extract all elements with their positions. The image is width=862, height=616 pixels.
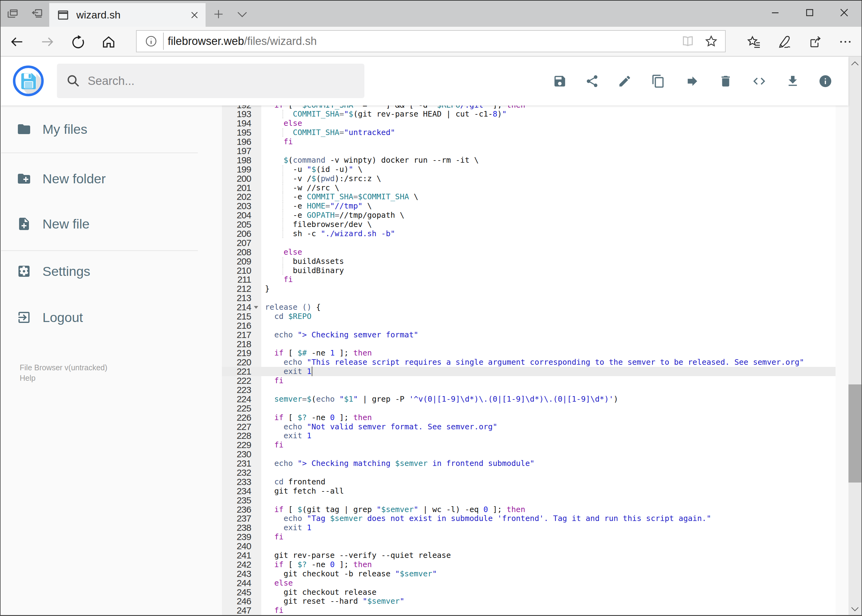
- close-window-button[interactable]: [827, 1, 861, 25]
- code-line-207[interactable]: 207: [222, 238, 835, 248]
- url-text[interactable]: filebrowser.web/files/wizard.sh: [168, 35, 681, 48]
- code-line-201[interactable]: 201 -w //src \: [222, 183, 835, 193]
- code-line-219[interactable]: 219 if [ $# -ne 1 ]; then: [222, 349, 835, 358]
- code-editor[interactable]: 192 if [ "$COMMIT_SHA" = "" ] && [ -d "$…: [222, 57, 835, 616]
- code-line-221[interactable]: 221 exit 1: [222, 367, 835, 376]
- code-line-242[interactable]: 242 if [ $? -ne 0 ]; then: [222, 560, 835, 569]
- sidebar-item-my-files[interactable]: My files: [1, 115, 222, 144]
- code-line-227[interactable]: 227 echo "Not valid semver format. See s…: [222, 422, 835, 432]
- code-line-222[interactable]: 222 fi: [222, 376, 835, 385]
- code-line-210[interactable]: 210 buildBinary: [222, 266, 835, 275]
- code-line-235[interactable]: 235: [222, 496, 835, 505]
- code-line-233[interactable]: 233 cd frontend: [222, 477, 835, 487]
- code-line-208[interactable]: 208 else: [222, 248, 835, 257]
- code-line-217[interactable]: 217 echo "> Checking semver format": [222, 330, 835, 339]
- set-tabs-aside-icon[interactable]: [30, 7, 44, 21]
- scroll-up-icon[interactable]: [848, 57, 861, 70]
- help-link[interactable]: Help: [20, 374, 35, 383]
- code-line-206[interactable]: 206 sh -c "./wizard.sh -b": [222, 229, 835, 238]
- code-line-225[interactable]: 225: [222, 404, 835, 413]
- code-line-199[interactable]: 199 -u "$(id -u)" \: [222, 165, 835, 174]
- code-line-246[interactable]: 246 git reset --hard "$semver": [222, 597, 835, 606]
- code-line-243[interactable]: 243 git checkout -b release "$semver": [222, 569, 835, 578]
- refresh-button[interactable]: [65, 27, 92, 57]
- ink-pen-icon[interactable]: [771, 27, 798, 57]
- code-line-202[interactable]: 202 -e COMMIT_SHA=$COMMIT_SHA \: [222, 192, 835, 201]
- forward-button[interactable]: [34, 27, 61, 57]
- copy-button[interactable]: [643, 57, 674, 105]
- code-line-204[interactable]: 204 -e GOPATH=//tmp/gopath \: [222, 211, 835, 220]
- code-line-229[interactable]: 229 fi: [222, 440, 835, 449]
- page-scrollbar[interactable]: [848, 57, 861, 616]
- fold-arrow-icon[interactable]: [254, 306, 258, 309]
- code-line-200[interactable]: 200 -v /$(pwd):/src:z \: [222, 174, 835, 183]
- code-line-247[interactable]: 247 fi: [222, 606, 835, 615]
- code-line-223[interactable]: 223: [222, 385, 835, 394]
- info-button[interactable]: [810, 57, 841, 105]
- code-line-230[interactable]: 230: [222, 449, 835, 459]
- code-line-212[interactable]: 212}: [222, 284, 835, 293]
- code-line-211[interactable]: 211 fi: [222, 275, 835, 284]
- sidebar-item-new-folder[interactable]: New folder: [1, 164, 222, 193]
- sidebar-item-settings[interactable]: Settings: [1, 256, 222, 286]
- code-line-236[interactable]: 236 if [ $(git tag | grep "$semver" | wc…: [222, 505, 835, 514]
- code-line-215[interactable]: 215 cd $REPO: [222, 312, 835, 321]
- home-button[interactable]: [95, 27, 122, 57]
- tab-list-chevron-icon[interactable]: [236, 9, 249, 20]
- favorites-hub-icon[interactable]: [741, 27, 767, 57]
- code-line-226[interactable]: 226 if [ $? -ne 0 ]; then: [222, 413, 835, 422]
- delete-button[interactable]: [710, 57, 741, 105]
- save-button[interactable]: [544, 57, 575, 105]
- code-line-209[interactable]: 209 buildAssets: [222, 257, 835, 266]
- rename-button[interactable]: [609, 57, 640, 105]
- code-line-193[interactable]: 193 COMMIT_SHA="$(git rev-parse HEAD | c…: [222, 110, 835, 119]
- code-line-213[interactable]: 213: [222, 293, 835, 303]
- tab-preview-icon[interactable]: [6, 7, 19, 20]
- minimize-button[interactable]: [758, 1, 793, 25]
- code-line-214[interactable]: 214release () {: [222, 303, 835, 312]
- code-line-234[interactable]: 234 git fetch --all: [222, 487, 835, 496]
- filebrowser-logo[interactable]: [13, 66, 44, 96]
- address-bar[interactable]: filebrowser.web/files/wizard.sh: [136, 30, 726, 52]
- code-line-240[interactable]: 240: [222, 542, 835, 551]
- code-line-197[interactable]: 197: [222, 146, 835, 156]
- code-line-220[interactable]: 220 echo "This release script requires a…: [222, 358, 835, 367]
- code-line-194[interactable]: 194 else: [222, 119, 835, 128]
- code-line-203[interactable]: 203 -e HOME="//tmp" \: [222, 201, 835, 211]
- favorite-star-icon[interactable]: [704, 34, 718, 48]
- code-line-195[interactable]: 195 COMMIT_SHA="untracked": [222, 128, 835, 137]
- scroll-down-icon[interactable]: [848, 602, 861, 616]
- maximize-button[interactable]: [793, 1, 827, 25]
- scrollbar-thumb[interactable]: [848, 384, 861, 482]
- share-file-button[interactable]: [577, 57, 607, 105]
- code-line-198[interactable]: 198 $(command -v winpty) docker run --rm…: [222, 156, 835, 165]
- code-line-196[interactable]: 196 fi: [222, 137, 835, 146]
- code-line-224[interactable]: 224 semver=$(echo "$1" | grep -P '^v(0|[…: [222, 394, 835, 404]
- sidebar-item-logout[interactable]: Logout: [1, 303, 222, 332]
- code-line-228[interactable]: 228 exit 1: [222, 431, 835, 440]
- search-bar[interactable]: Search...: [57, 64, 364, 98]
- code-line-205[interactable]: 205 filebrowser/dev \: [222, 220, 835, 229]
- code-line-241[interactable]: 241 git rev-parse --verify --quiet relea…: [222, 551, 835, 560]
- back-button[interactable]: [3, 27, 30, 57]
- move-button[interactable]: [677, 57, 708, 105]
- browser-tab[interactable]: wizard.sh: [49, 3, 206, 27]
- code-line-216[interactable]: 216: [222, 321, 835, 330]
- code-line-239[interactable]: 239 fi: [222, 532, 835, 542]
- code-line-237[interactable]: 237 echo "Tag $semver does not exist in …: [222, 514, 835, 523]
- code-line-231[interactable]: 231 echo "> Checking matching $semver in…: [222, 459, 835, 468]
- sidebar-item-new-file[interactable]: New file: [1, 209, 222, 239]
- code-line-238[interactable]: 238 exit 1: [222, 523, 835, 532]
- raw-code-button[interactable]: [744, 57, 775, 105]
- reading-view-icon[interactable]: [681, 34, 695, 48]
- code-line-218[interactable]: 218: [222, 339, 835, 349]
- code-line-245[interactable]: 245 git checkout release: [222, 588, 835, 597]
- code-line-244[interactable]: 244 else: [222, 578, 835, 588]
- more-options-icon[interactable]: [832, 27, 859, 57]
- download-button[interactable]: [777, 57, 808, 105]
- site-info-icon[interactable]: [145, 35, 158, 48]
- tab-close-icon[interactable]: [189, 10, 199, 20]
- share-icon[interactable]: [801, 27, 829, 57]
- new-tab-button[interactable]: [212, 8, 225, 20]
- code-line-232[interactable]: 232: [222, 468, 835, 477]
